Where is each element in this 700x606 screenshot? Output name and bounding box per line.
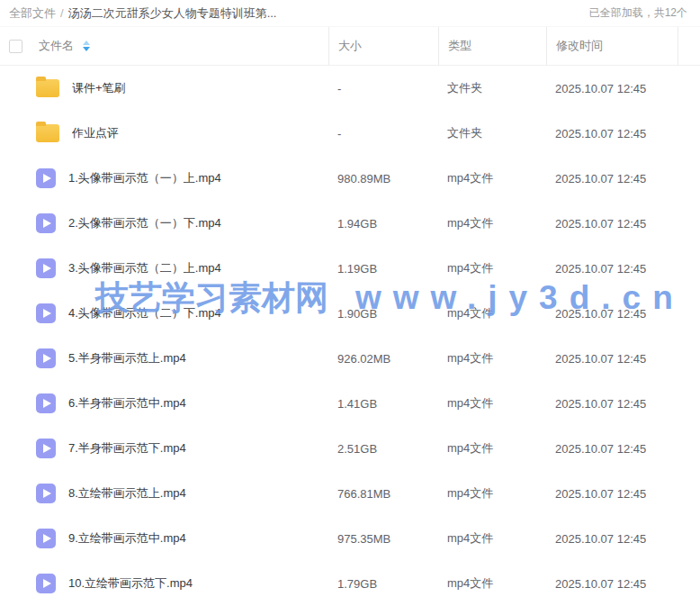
column-header-modified: 修改时间 (546, 27, 678, 65)
file-name-link[interactable]: 1.头像带画示范（一）上.mp4 (68, 170, 221, 186)
file-name-link[interactable]: 9.立绘带画示范中.mp4 (68, 530, 186, 547)
load-status: 已全部加载，共12个 (589, 5, 687, 21)
file-modified: 2025.10.07 12:45 (546, 426, 678, 471)
table-row[interactable]: 5.半身带画示范上.mp4 926.02MB mp4文件 2025.10.07 … (0, 336, 700, 381)
sort-down-arrow-icon (83, 47, 90, 51)
table-row[interactable]: 6.半身带画示范中.mp4 1.41GB mp4文件 2025.10.07 12… (0, 381, 700, 426)
file-name-link[interactable]: 3.头像带画示范（二）上.mp4 (68, 260, 221, 276)
file-size: 1.19GB (328, 246, 438, 291)
file-size: 975.35MB (328, 516, 438, 561)
file-type: mp4文件 (438, 336, 546, 381)
file-modified: 2025.10.07 12:45 (546, 111, 678, 156)
table-row[interactable]: 4.头像带画示范（二）下.mp4 1.90GB mp4文件 2025.10.07… (0, 291, 700, 336)
file-name-link[interactable]: 6.半身带画示范中.mp4 (68, 395, 186, 412)
video-icon (36, 574, 56, 593)
file-name-link[interactable]: 7.半身带画示范下.mp4 (68, 440, 186, 457)
file-name-link[interactable]: 5.半身带画示范上.mp4 (68, 350, 186, 366)
file-size: - (328, 66, 438, 111)
file-list: 课件+笔刷 - 文件夹 2025.10.07 12:45 作业点评 - 文件夹 … (0, 66, 700, 606)
file-modified: 2025.10.07 12:45 (546, 336, 678, 381)
file-modified: 2025.10.07 12:45 (546, 291, 678, 336)
sort-icon[interactable] (83, 41, 90, 51)
file-manager-window: 全部文件 / 汤汤二次元甜系少女人物专题特训班第... 已全部加载，共12个 文… (0, 0, 700, 606)
breadcrumb-separator: / (60, 6, 64, 20)
file-size: 926.02MB (328, 336, 438, 381)
file-name-link[interactable]: 课件+笔刷 (72, 80, 126, 96)
file-type: mp4文件 (438, 381, 546, 426)
file-type: mp4文件 (438, 516, 546, 561)
file-name-link[interactable]: 作业点评 (72, 125, 119, 141)
file-modified: 2025.10.07 12:45 (546, 246, 678, 291)
column-header-filename-label: 文件名 (39, 38, 74, 54)
file-size: 2.51GB (328, 426, 438, 471)
file-name-link[interactable]: 8.立绘带画示范上.mp4 (68, 485, 186, 502)
video-icon (36, 303, 56, 323)
column-header-spacer (678, 27, 700, 65)
table-row[interactable]: 课件+笔刷 - 文件夹 2025.10.07 12:45 (0, 66, 700, 111)
file-name-link[interactable]: 4.头像带画示范（二）下.mp4 (68, 305, 221, 321)
video-icon (36, 348, 56, 368)
file-modified: 2025.10.07 12:45 (546, 201, 678, 246)
table-row[interactable]: 2.头像带画示范（一）下.mp4 1.94GB mp4文件 2025.10.07… (0, 201, 700, 246)
table-row[interactable]: 10.立绘带画示范下.mp4 1.79GB mp4文件 2025.10.07 1… (0, 561, 700, 606)
file-type: mp4文件 (438, 471, 546, 516)
file-size: 980.89MB (328, 156, 438, 201)
file-type: mp4文件 (438, 561, 546, 606)
folder-icon (36, 79, 59, 97)
file-modified: 2025.10.07 12:45 (546, 516, 678, 561)
file-type: mp4文件 (438, 246, 546, 291)
table-row[interactable]: 作业点评 - 文件夹 2025.10.07 12:45 (0, 111, 700, 156)
breadcrumb-current: 汤汤二次元甜系少女人物专题特训班第... (68, 5, 277, 22)
file-size: 766.81MB (328, 471, 438, 516)
sort-up-arrow-icon (83, 41, 90, 45)
file-size: 1.41GB (328, 381, 438, 426)
table-row[interactable]: 7.半身带画示范下.mp4 2.51GB mp4文件 2025.10.07 12… (0, 426, 700, 471)
file-size: 1.79GB (328, 561, 438, 606)
video-icon (36, 168, 56, 188)
folder-icon (36, 124, 59, 142)
file-name-link[interactable]: 2.头像带画示范（一）下.mp4 (68, 215, 221, 231)
breadcrumb-root-link[interactable]: 全部文件 (9, 5, 56, 22)
video-icon (36, 529, 56, 548)
file-type: 文件夹 (438, 111, 546, 156)
video-icon (36, 213, 56, 233)
topbar: 全部文件 / 汤汤二次元甜系少女人物专题特训班第... 已全部加载，共12个 (0, 0, 700, 27)
table-row[interactable]: 3.头像带画示范（二）上.mp4 1.19GB mp4文件 2025.10.07… (0, 246, 700, 291)
file-type: mp4文件 (438, 426, 546, 471)
file-modified: 2025.10.07 12:45 (546, 381, 678, 426)
column-header-size: 大小 (328, 27, 438, 65)
select-all-checkbox[interactable] (9, 40, 22, 53)
file-modified: 2025.10.07 12:45 (546, 471, 678, 516)
breadcrumb: 全部文件 / 汤汤二次元甜系少女人物专题特训班第... (9, 5, 276, 22)
file-name-link[interactable]: 10.立绘带画示范下.mp4 (68, 575, 193, 592)
column-header-type: 类型 (438, 27, 546, 65)
table-row[interactable]: 1.头像带画示范（一）上.mp4 980.89MB mp4文件 2025.10.… (0, 156, 700, 201)
file-modified: 2025.10.07 12:45 (546, 561, 678, 606)
video-icon (36, 484, 56, 503)
column-header-filename: 文件名 (0, 27, 328, 65)
video-icon (36, 258, 56, 278)
file-type: mp4文件 (438, 291, 546, 336)
video-icon (36, 439, 56, 458)
file-modified: 2025.10.07 12:45 (546, 156, 678, 201)
file-type: mp4文件 (438, 156, 546, 201)
table-header: 文件名 大小 类型 修改时间 (0, 27, 700, 66)
file-type: 文件夹 (438, 66, 546, 111)
file-size: - (328, 111, 438, 156)
file-type: mp4文件 (438, 201, 546, 246)
table-row[interactable]: 9.立绘带画示范中.mp4 975.35MB mp4文件 2025.10.07 … (0, 516, 700, 561)
file-size: 1.90GB (328, 291, 438, 336)
file-size: 1.94GB (328, 201, 438, 246)
file-modified: 2025.10.07 12:45 (546, 66, 678, 111)
table-row[interactable]: 8.立绘带画示范上.mp4 766.81MB mp4文件 2025.10.07 … (0, 471, 700, 516)
video-icon (36, 393, 56, 413)
